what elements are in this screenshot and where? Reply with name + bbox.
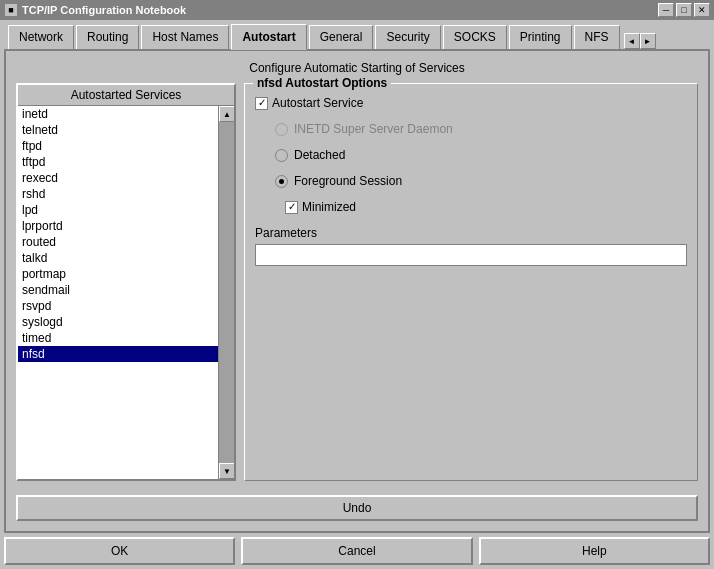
list-item[interactable]: rexecd bbox=[18, 170, 218, 186]
maximize-button[interactable]: □ bbox=[676, 3, 692, 17]
list-item[interactable]: inetd bbox=[18, 106, 218, 122]
detached-radio[interactable] bbox=[275, 149, 288, 162]
main-container: Network Routing Host Names Autostart Gen… bbox=[0, 20, 714, 569]
foreground-option-row: Foreground Session bbox=[275, 174, 687, 188]
tab-routing[interactable]: Routing bbox=[76, 25, 139, 49]
scroll-down-button[interactable]: ▼ bbox=[219, 463, 234, 479]
undo-button[interactable]: Undo bbox=[16, 495, 698, 521]
foreground-label: Foreground Session bbox=[294, 174, 402, 188]
autostart-service-label: Autostart Service bbox=[272, 96, 363, 110]
bottom-section: Undo bbox=[16, 495, 698, 521]
detached-label: Detached bbox=[294, 148, 345, 162]
list-item[interactable]: rsvpd bbox=[18, 298, 218, 314]
inetd-radio[interactable] bbox=[275, 123, 288, 136]
list-panel: Autostarted Services inetdtelnetdftpdtft… bbox=[16, 83, 236, 481]
detached-option-row: Detached bbox=[275, 148, 687, 162]
tab-scroll-right[interactable]: ► bbox=[640, 33, 656, 49]
list-item[interactable]: tftpd bbox=[18, 154, 218, 170]
list-item[interactable]: telnetd bbox=[18, 122, 218, 138]
list-item[interactable]: nfsd bbox=[18, 346, 218, 362]
app-icon: ■ bbox=[4, 3, 18, 17]
parameters-section: Parameters bbox=[255, 226, 687, 266]
foreground-radio[interactable] bbox=[275, 175, 288, 188]
inetd-label: INETD Super Server Daemon bbox=[294, 122, 453, 136]
tab-security[interactable]: Security bbox=[375, 25, 440, 49]
cancel-button[interactable]: Cancel bbox=[241, 537, 472, 565]
tab-printing[interactable]: Printing bbox=[509, 25, 572, 49]
autostart-service-checkbox[interactable] bbox=[255, 97, 268, 110]
list-item[interactable]: sendmail bbox=[18, 282, 218, 298]
scrollbar-track[interactable] bbox=[219, 122, 234, 463]
title-bar-buttons: ─ □ ✕ bbox=[658, 3, 710, 17]
minimized-checkbox[interactable] bbox=[285, 201, 298, 214]
tab-nfs[interactable]: NFS bbox=[574, 25, 620, 49]
undo-row: Undo bbox=[16, 495, 698, 521]
main-panel: Autostarted Services inetdtelnetdftpdtft… bbox=[16, 83, 698, 481]
help-button[interactable]: Help bbox=[479, 537, 710, 565]
configure-label: Configure Automatic Starting of Services bbox=[16, 61, 698, 75]
list-scrollbar: ▲ ▼ bbox=[218, 106, 234, 479]
list-item[interactable]: lpd bbox=[18, 202, 218, 218]
services-list: inetdtelnetdftpdtftpdrexecdrshdlpdlprpor… bbox=[18, 106, 218, 479]
tab-autostart[interactable]: Autostart bbox=[231, 24, 306, 50]
tab-general[interactable]: General bbox=[309, 25, 374, 49]
title-bar: ■ TCP/IP Configuration Notebook ─ □ ✕ bbox=[0, 0, 714, 20]
list-item[interactable]: syslogd bbox=[18, 314, 218, 330]
list-item[interactable]: routed bbox=[18, 234, 218, 250]
title-bar-text: TCP/IP Configuration Notebook bbox=[22, 4, 654, 16]
ok-button[interactable]: OK bbox=[4, 537, 235, 565]
list-scroll-container: inetdtelnetdftpdtftpdrexecdrshdlpdlprpor… bbox=[18, 106, 234, 479]
list-item[interactable]: portmap bbox=[18, 266, 218, 282]
options-panel: nfsd Autostart Options Autostart Service… bbox=[244, 83, 698, 481]
close-button[interactable]: ✕ bbox=[694, 3, 710, 17]
action-buttons: OK Cancel Help bbox=[4, 537, 710, 565]
content-area: Configure Automatic Starting of Services… bbox=[4, 49, 710, 533]
parameters-input[interactable] bbox=[255, 244, 687, 266]
list-item[interactable]: rshd bbox=[18, 186, 218, 202]
list-item[interactable]: talkd bbox=[18, 250, 218, 266]
minimize-button[interactable]: ─ bbox=[658, 3, 674, 17]
minimized-label: Minimized bbox=[302, 200, 356, 214]
tab-scroll-buttons: ◄ ► bbox=[624, 33, 656, 49]
list-item[interactable]: lprportd bbox=[18, 218, 218, 234]
tab-scroll-left[interactable]: ◄ bbox=[624, 33, 640, 49]
inetd-option-row: INETD Super Server Daemon bbox=[275, 122, 687, 136]
scroll-up-button[interactable]: ▲ bbox=[219, 106, 234, 122]
tab-hostnames[interactable]: Host Names bbox=[141, 25, 229, 49]
list-header: Autostarted Services bbox=[18, 85, 234, 106]
tab-bar: Network Routing Host Names Autostart Gen… bbox=[4, 24, 710, 49]
list-item[interactable]: ftpd bbox=[18, 138, 218, 154]
options-legend: nfsd Autostart Options bbox=[253, 76, 391, 90]
tab-socks[interactable]: SOCKS bbox=[443, 25, 507, 49]
parameters-label: Parameters bbox=[255, 226, 687, 240]
autostart-service-row: Autostart Service bbox=[255, 96, 687, 110]
tab-network[interactable]: Network bbox=[8, 25, 74, 49]
minimized-option-row: Minimized bbox=[285, 200, 687, 214]
list-item[interactable]: timed bbox=[18, 330, 218, 346]
